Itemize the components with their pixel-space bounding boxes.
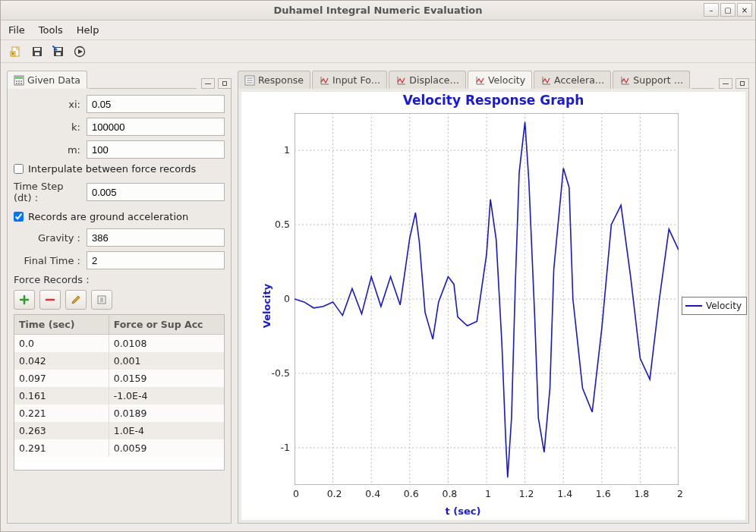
menu-tools[interactable]: Tools	[39, 24, 63, 36]
x-tick: 1.6	[594, 488, 613, 499]
svg-point-15	[20, 80, 22, 82]
input-dt[interactable]	[87, 183, 225, 201]
tab-input-fo[interactable]: Input Fo…	[312, 71, 387, 89]
table-row[interactable]: 0.0970.0159	[14, 370, 224, 387]
table-row[interactable]: 0.2910.0059	[14, 439, 224, 457]
window-titlebar: Duhamel Integral Numeric Evaluation – ▢ …	[1, 1, 755, 20]
run-icon[interactable]	[72, 44, 87, 59]
tab-support[interactable]: Support …	[613, 71, 690, 89]
menu-help[interactable]: Help	[77, 24, 99, 36]
table-row[interactable]: 0.2210.0189	[14, 405, 224, 422]
label-xi: xi:	[14, 99, 87, 110]
checkbox-interpolate[interactable]	[14, 164, 24, 174]
label-final-time: Final Time :	[14, 255, 87, 266]
table-row[interactable]: 0.161-1.0E-4	[14, 387, 224, 405]
svg-point-13	[16, 80, 17, 82]
input-final-time[interactable]	[87, 251, 225, 269]
col-time[interactable]: Time (sec)	[14, 315, 109, 335]
y-tick: 1	[266, 144, 290, 156]
given-data-panel: xi: k: m: Interpulate between force reco…	[7, 89, 232, 524]
label-interpolate[interactable]: Interpulate between force records	[28, 163, 196, 175]
velocity-plot	[295, 113, 679, 485]
tab-given-data[interactable]: Given Data	[7, 71, 87, 89]
label-force-records: Force Records :	[14, 274, 225, 285]
label-k: k:	[14, 121, 87, 133]
panel-maximize-icon[interactable]	[736, 78, 749, 89]
chart-icon	[474, 75, 485, 86]
x-tick: 1.2	[518, 488, 536, 499]
chart-icon	[395, 75, 406, 86]
x-tick: 0	[287, 488, 305, 499]
tab-label: Accelera…	[554, 74, 604, 86]
svg-point-16	[16, 83, 17, 84]
svg-point-18	[20, 83, 22, 84]
x-tick: 0.4	[364, 488, 382, 499]
label-ground-accel[interactable]: Records are ground acceleration	[28, 211, 188, 222]
svg-rect-4	[34, 48, 40, 51]
tab-label: Input Fo…	[332, 74, 380, 86]
panel-minimize-icon[interactable]	[201, 78, 215, 89]
svg-point-14	[18, 80, 20, 82]
tab-label: Response	[258, 74, 304, 86]
chart-title: Velocity Response Graph	[241, 92, 745, 108]
save-icon[interactable]	[30, 44, 45, 59]
chart-icon	[319, 75, 329, 86]
input-k[interactable]	[87, 118, 225, 136]
y-axis-label: Velocity	[261, 284, 272, 328]
chart-icon	[619, 75, 630, 86]
tab-accelera[interactable]: Accelera…	[534, 71, 611, 89]
panel-minimize-icon[interactable]	[719, 78, 732, 89]
legend-line-icon	[685, 305, 702, 307]
y-tick: 0	[266, 293, 290, 304]
new-file-icon[interactable]: ✷	[8, 44, 24, 59]
close-button[interactable]: ×	[737, 3, 752, 17]
document-icon	[244, 75, 255, 86]
maximize-button[interactable]: ▢	[720, 3, 736, 17]
svg-point-17	[18, 83, 20, 84]
import-records-button[interactable]	[91, 290, 112, 310]
y-tick: 0.5	[266, 219, 290, 230]
x-tick: 0.8	[440, 488, 458, 499]
panel-maximize-icon[interactable]	[218, 78, 232, 89]
tool-bar: ✷	[1, 40, 755, 63]
tab-velocity[interactable]: Velocity	[468, 71, 532, 89]
x-tick: 1.8	[632, 488, 650, 499]
minimize-button[interactable]: –	[704, 3, 719, 17]
add-record-button[interactable]	[14, 290, 35, 310]
table-row[interactable]: 0.2631.0E-4	[14, 422, 224, 439]
y-tick: -1	[266, 442, 290, 453]
svg-text:✷: ✷	[11, 51, 14, 56]
remove-record-button[interactable]	[39, 290, 61, 310]
svg-rect-8	[56, 52, 61, 55]
menu-file[interactable]: File	[8, 24, 25, 36]
calculator-icon	[14, 75, 24, 86]
window-title: Duhamel Integral Numeric Evaluation	[1, 5, 755, 16]
svg-rect-12	[15, 77, 23, 79]
edit-record-button[interactable]	[65, 290, 87, 310]
checkbox-ground-accel[interactable]	[14, 212, 24, 222]
tab-displace[interactable]: Displace…	[389, 71, 466, 89]
col-force[interactable]: Force or Sup Acc	[109, 315, 224, 335]
x-axis-label: t (sec)	[241, 505, 685, 517]
force-records-table[interactable]: Time (sec) Force or Sup Acc 0.00.01080.0…	[14, 314, 225, 471]
svg-rect-5	[35, 52, 39, 55]
x-tick: 0.6	[402, 488, 421, 499]
chart-panel: Velocity Response Graph Velocity t (sec)…	[238, 89, 749, 524]
tab-label: Displace…	[409, 74, 459, 86]
y-tick: -0.5	[266, 367, 290, 379]
menu-bar: File Tools Help	[1, 20, 755, 40]
input-xi[interactable]	[87, 95, 225, 113]
chart-icon	[540, 75, 551, 86]
legend-label: Velocity	[706, 301, 742, 311]
table-row[interactable]: 0.0420.001	[14, 352, 224, 370]
input-m[interactable]	[87, 140, 225, 159]
tab-response[interactable]: Response	[238, 71, 310, 89]
save-as-icon[interactable]	[51, 44, 66, 59]
input-gravity[interactable]	[87, 228, 225, 247]
tab-label: Velocity	[488, 74, 525, 86]
table-row[interactable]: 0.00.0108	[14, 335, 224, 353]
x-tick: 0.2	[326, 488, 344, 499]
svg-marker-10	[78, 49, 83, 54]
label-gravity: Gravity :	[14, 232, 87, 244]
label-m: m:	[14, 144, 87, 156]
